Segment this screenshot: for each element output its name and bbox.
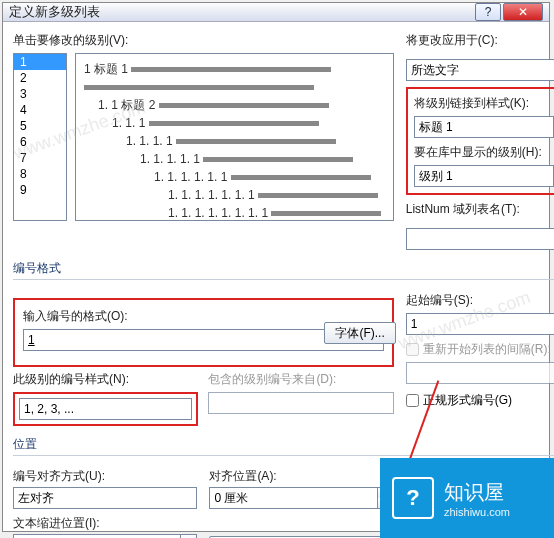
preview-line: 1. 1. 1. 1 xyxy=(84,132,385,150)
align-at-input[interactable] xyxy=(209,487,377,509)
restart-label: 重新开始列表的间隔(R): xyxy=(423,341,551,358)
level-item[interactable]: 2 xyxy=(14,70,66,86)
align-at-spinner[interactable]: ▲▼ xyxy=(209,487,393,509)
preview-line: 1. 1. 1. 1. 1. 1. 1. 1 xyxy=(84,204,385,221)
position-group: 位置 xyxy=(13,432,554,456)
gallery-show-select[interactable]: 级别 1 xyxy=(414,165,554,187)
brand-name: 知识屋 xyxy=(444,479,510,506)
format-left: 输入编号的格式(O): 此级别的编号样式(N): 1, 2, 3, ... 包含… xyxy=(13,298,394,426)
listnum-label: ListNum 域列表名(T): xyxy=(406,201,554,218)
preview-line: 1. 1 标题 2 xyxy=(84,96,385,114)
number-format-group: 编号格式 xyxy=(13,256,554,280)
brand-url: zhishiwu.com xyxy=(444,506,510,518)
restart-checkbox xyxy=(406,343,419,356)
levels-section: 单击要修改的级别(V): 123456789 1 标题 1 1. 1 标题 2 … xyxy=(13,32,394,250)
numbering-preview: 1 标题 1 1. 1 标题 2 1. 1. 1 1. 1. 1. 1 1. 1… xyxy=(75,53,394,221)
level-item[interactable]: 3 xyxy=(14,86,66,102)
titlebar: 定义新多级列表 ? ✕ xyxy=(3,3,549,22)
level-item[interactable]: 8 xyxy=(14,166,66,182)
preview-line xyxy=(84,78,385,96)
legal-label: 正规形式编号(G) xyxy=(423,392,512,409)
preview-line: 1. 1. 1. 1. 1. 1. 1 xyxy=(84,186,385,204)
apply-to-select[interactable]: 所选文字 xyxy=(406,59,554,81)
start-at-spinner[interactable]: ▲▼ xyxy=(406,313,554,335)
align-label: 编号对齐方式(U): xyxy=(13,468,197,485)
include-from-select xyxy=(208,392,393,414)
this-level-style-label: 此级别的编号样式(N): xyxy=(13,371,198,388)
level-item[interactable]: 7 xyxy=(14,150,66,166)
align-at-label: 对齐位置(A): xyxy=(209,468,393,485)
level-item[interactable]: 9 xyxy=(14,182,66,198)
dialog-title: 定义新多级列表 xyxy=(9,3,473,21)
preview-line: 1. 1. 1. 1. 1 xyxy=(84,150,385,168)
preview-line: 1. 1. 1. 1. 1. 1 xyxy=(84,168,385,186)
start-at-label: 起始编号(S): xyxy=(406,292,554,309)
legal-checkbox[interactable] xyxy=(406,394,419,407)
level-item[interactable]: 5 xyxy=(14,118,66,134)
indent-at-spinner[interactable]: ▲▼ xyxy=(13,534,197,538)
gallery-show-label: 要在库中显示的级别(H): xyxy=(414,144,554,161)
link-style-label: 将级别链接到样式(K): xyxy=(414,95,554,112)
indent-at-label: 文本缩进位置(I): xyxy=(13,515,197,532)
apply-to-label: 将更改应用于(C): xyxy=(406,32,554,49)
dialog-define-multilevel: 定义新多级列表 ? ✕ 单击要修改的级别(V): 123456789 1 标题 … xyxy=(2,2,550,532)
modify-level-label: 单击要修改的级别(V): xyxy=(13,32,394,49)
font-button[interactable]: 字体(F)... xyxy=(324,322,395,344)
level-item[interactable]: 6 xyxy=(14,134,66,150)
link-style-select[interactable]: 标题 1 xyxy=(414,116,554,138)
brand-overlay: ? 知识屋 zhishiwu.com xyxy=(380,458,554,538)
brand-logo-icon: ? xyxy=(392,477,434,519)
restart-select xyxy=(406,362,554,384)
this-level-style-select[interactable]: 1, 2, 3, ... xyxy=(19,398,192,420)
level-item[interactable]: 4 xyxy=(14,102,66,118)
preview-line: 1. 1. 1 xyxy=(84,114,385,132)
align-select[interactable]: 左对齐 xyxy=(13,487,197,509)
preview-line: 1 标题 1 xyxy=(84,60,385,78)
indent-at-input[interactable] xyxy=(13,534,181,538)
level-listbox[interactable]: 123456789 xyxy=(13,53,67,221)
include-from-label: 包含的级别编号来自(D): xyxy=(208,371,393,388)
format-right: 起始编号(S): ▲▼ 重新开始列表的间隔(R): 正规形式编号(G) xyxy=(406,292,554,426)
close-button[interactable]: ✕ xyxy=(503,3,543,21)
help-button[interactable]: ? xyxy=(475,3,501,21)
link-style-group: 将级别链接到样式(K): 标题 1 要在库中显示的级别(H): 级别 1 xyxy=(406,87,554,195)
right-column: 将更改应用于(C): 所选文字 将级别链接到样式(K): 标题 1 要在库中显示… xyxy=(406,32,554,250)
listnum-input[interactable] xyxy=(406,228,554,250)
start-at-input[interactable] xyxy=(406,313,554,335)
level-item[interactable]: 1 xyxy=(14,54,66,70)
